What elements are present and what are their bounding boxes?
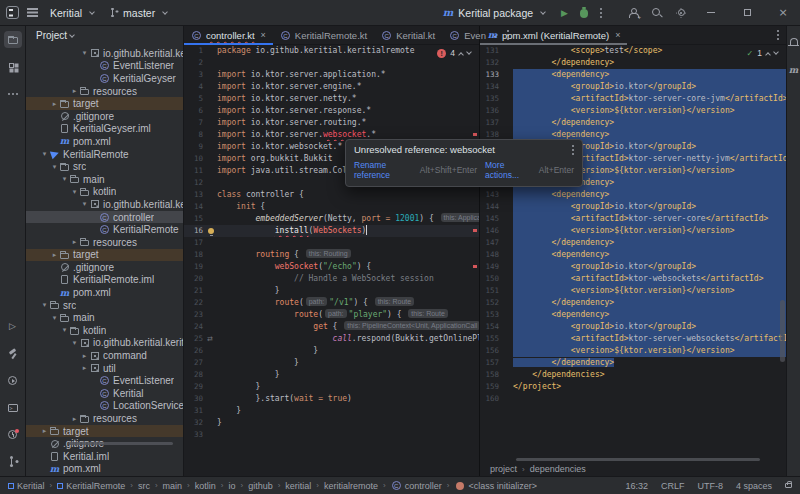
popup-action-more-actions-[interactable]: More actions... bbox=[485, 160, 531, 180]
code-line-146[interactable]: 146 <version>${ktor.version}</version> bbox=[480, 225, 786, 237]
line-number[interactable]: 154 bbox=[480, 321, 502, 333]
line-number[interactable]: 29 bbox=[184, 381, 206, 393]
line-number[interactable]: 132 bbox=[480, 57, 502, 69]
line-number[interactable]: 4 bbox=[184, 81, 206, 93]
tab-KeritialRemote.kt[interactable]: KeritialRemote.kt bbox=[273, 26, 374, 44]
line-number[interactable]: 15 bbox=[184, 213, 206, 225]
caret-position[interactable]: 16:32 bbox=[625, 481, 648, 491]
status-breadcrumb-keritialremote[interactable]: KeritialRemote bbox=[57, 481, 125, 491]
status-breadcrumb-src[interactable]: src bbox=[138, 481, 150, 491]
next-item-icon[interactable] bbox=[773, 49, 779, 55]
more-run-options-icon[interactable] bbox=[600, 8, 602, 18]
next-error-icon[interactable] bbox=[466, 49, 472, 55]
xml-editor-surface[interactable]: 131 <scope>test</scope>132 </dependency>… bbox=[480, 45, 786, 462]
code-line-1[interactable]: 1package io.github.keritial.keritialremo… bbox=[184, 45, 479, 57]
tree-item-io.github.keritial.keritial[interactable]: ▾io.github.keritial.keritial bbox=[26, 337, 183, 350]
tree-chevron-right-icon[interactable]: ▸ bbox=[70, 85, 79, 97]
code-line-26[interactable]: 26 } bbox=[184, 345, 479, 357]
line-number[interactable]: 23 bbox=[184, 309, 206, 321]
horizontal-scrollbar[interactable] bbox=[516, 458, 760, 461]
line-number[interactable]: 32 bbox=[184, 417, 206, 429]
line-number[interactable]: 6 bbox=[184, 105, 206, 117]
code-line-148[interactable]: 148 <dependency> bbox=[480, 249, 786, 261]
line-number[interactable]: 155 bbox=[480, 333, 502, 345]
project-panel-header[interactable]: Project bbox=[26, 26, 183, 45]
line-number[interactable]: 153 bbox=[480, 309, 502, 321]
status-breadcrumb-keritial[interactable]: keritial bbox=[285, 481, 311, 491]
line-number[interactable]: 152 bbox=[480, 297, 502, 309]
tree-chevron-down-icon[interactable]: ▾ bbox=[40, 299, 49, 311]
tree-chevron-right-icon[interactable]: ▸ bbox=[50, 249, 59, 261]
line-number[interactable]: 10 bbox=[184, 153, 206, 165]
tree-chevron-down-icon[interactable]: ▾ bbox=[50, 161, 59, 173]
version-control-tool-button[interactable] bbox=[4, 453, 22, 470]
code-line-22[interactable]: 22 route(path:"/v1") { this: Route bbox=[184, 297, 479, 309]
tree-item-resources[interactable]: ▸resources bbox=[26, 412, 183, 425]
line-number[interactable]: 147 bbox=[480, 237, 502, 249]
code-line-21[interactable]: 21 } bbox=[184, 285, 479, 297]
line-number[interactable]: 25 bbox=[184, 333, 206, 345]
tree-item-LocationService[interactable]: LocationService bbox=[26, 400, 183, 413]
line-number[interactable]: 33 bbox=[184, 429, 206, 441]
line-number[interactable]: 26 bbox=[184, 345, 206, 357]
code-line-13[interactable]: 13class controller { bbox=[184, 189, 479, 201]
line-number[interactable]: 157 bbox=[480, 357, 502, 369]
project-selector[interactable]: Keritial bbox=[46, 5, 98, 21]
close-button[interactable]: × bbox=[772, 3, 794, 23]
inspection-widget-right[interactable]: ✓ 1 bbox=[747, 48, 778, 58]
tree-chevron-down-icon[interactable]: ▾ bbox=[80, 198, 89, 210]
tree-item-resources[interactable]: ▸resources bbox=[26, 236, 183, 249]
lock-icon[interactable] bbox=[785, 483, 792, 488]
line-number[interactable]: 31 bbox=[184, 405, 206, 417]
tree-chevron-right-icon[interactable]: ▸ bbox=[70, 236, 79, 248]
code-line-159[interactable]: 159</project> bbox=[480, 381, 786, 393]
line-number[interactable]: 158 bbox=[480, 369, 502, 381]
tree-item-KeritialRemote[interactable]: KeritialRemote bbox=[26, 223, 183, 236]
tree-chevron-down-icon[interactable]: ▾ bbox=[60, 173, 69, 185]
line-number[interactable]: 131 bbox=[480, 45, 502, 57]
error-stripe-mark[interactable] bbox=[473, 265, 477, 268]
branch-selector[interactable]: master bbox=[106, 5, 171, 21]
tree-chevron-right-icon[interactable]: ▸ bbox=[80, 350, 89, 362]
tree-item-io.github.keritial.keritialre[interactable]: ▾io.github.keritial.keritialre bbox=[26, 198, 183, 211]
line-number[interactable]: 143 bbox=[480, 189, 502, 201]
code-line-152[interactable]: 152 </dependency> bbox=[480, 297, 786, 309]
code-line-151[interactable]: 151 <version>${ktor.version}</version> bbox=[480, 285, 786, 297]
problems-tool-button[interactable] bbox=[4, 426, 22, 443]
tree-item-src[interactable]: ▾src bbox=[26, 160, 183, 173]
code-line-150[interactable]: 150 <artifactId>ktor-websockets</artifac… bbox=[480, 273, 786, 285]
status-breadcrumb-controller[interactable]: controller bbox=[391, 480, 442, 491]
tree-chevron-right-icon[interactable]: ▸ bbox=[70, 413, 79, 425]
tree-item-.gitignore[interactable]: .gitignore bbox=[26, 261, 183, 274]
tree-item-kotlin[interactable]: ▾kotlin bbox=[26, 186, 183, 199]
tab-close-icon[interactable]: × bbox=[615, 30, 620, 40]
code-line-145[interactable]: 145 <artifactId>ktor-server-core</artifa… bbox=[480, 213, 786, 225]
tree-item-main[interactable]: ▾main bbox=[26, 173, 183, 186]
line-number[interactable]: 13 bbox=[184, 189, 206, 201]
line-number[interactable]: 1 bbox=[184, 45, 206, 57]
tree-chevron-down-icon[interactable]: ▾ bbox=[50, 312, 59, 324]
code-line-155[interactable]: 155 <artifactId>ktor-server-websockets</… bbox=[480, 333, 786, 345]
code-line-23[interactable]: 23 route(path:"player") { this: Route bbox=[184, 309, 479, 321]
inspection-widget-left[interactable]: ! 4 bbox=[437, 48, 471, 58]
code-line-18[interactable]: 18 routing { this: Routing bbox=[184, 249, 479, 261]
code-line-33[interactable]: 33 bbox=[184, 429, 479, 441]
minimize-button[interactable] bbox=[700, 3, 722, 23]
line-number[interactable]: 22 bbox=[184, 297, 206, 309]
main-menu-icon[interactable] bbox=[27, 8, 38, 10]
tree-item-target[interactable]: ▸target bbox=[26, 425, 183, 438]
code-line-147[interactable]: 147 </dependency> bbox=[480, 237, 786, 249]
tree-item-pom.xml[interactable]: mpom.xml bbox=[26, 463, 183, 476]
tree-item-KeritialRemote.iml[interactable]: KeritialRemote.iml bbox=[26, 274, 183, 287]
line-number[interactable]: 17 bbox=[184, 237, 206, 249]
project-tree-horizontal-scrollbar[interactable] bbox=[68, 442, 173, 445]
code-line-20[interactable]: 20 // Handle a WebSocket session bbox=[184, 273, 479, 285]
code-line-149[interactable]: 149 <groupId>io.ktor</groupId> bbox=[480, 261, 786, 273]
status-breadcrumb-io[interactable]: io bbox=[228, 481, 235, 491]
code-line-134[interactable]: 134 <groupId>io.ktor</groupId> bbox=[480, 81, 786, 93]
line-number[interactable]: 28 bbox=[184, 369, 206, 381]
line-number[interactable]: 27 bbox=[184, 357, 206, 369]
status-breadcrumb-kotlin[interactable]: kotlin bbox=[195, 481, 216, 491]
code-line-27[interactable]: 27 } bbox=[184, 357, 479, 369]
code-line-154[interactable]: 154 <groupId>io.ktor</groupId> bbox=[480, 321, 786, 333]
